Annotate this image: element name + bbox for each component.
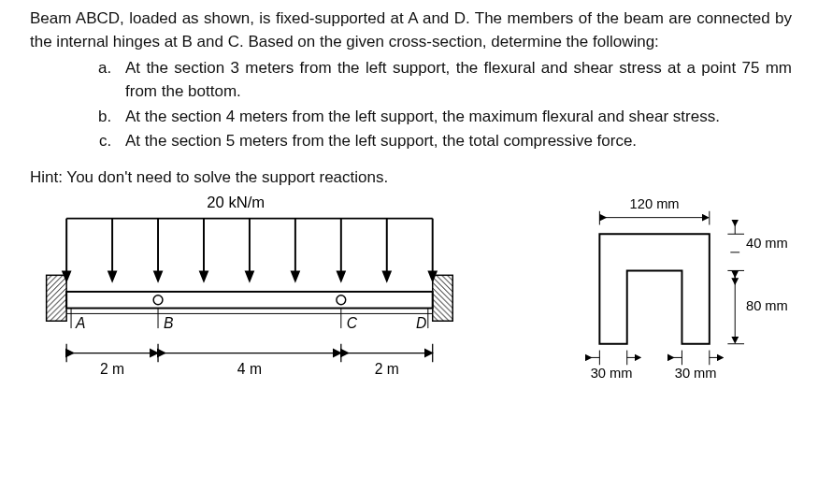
cross-section-diagram: 120 mm 40 mm 80 mm 30 mm 30 mm xyxy=(572,191,792,387)
dim-leg-right: 30 mm xyxy=(675,366,717,381)
part-a: At the section 3 meters from the left su… xyxy=(116,57,792,103)
svg-rect-10 xyxy=(66,292,433,309)
label-A: A xyxy=(75,316,85,332)
svg-point-14 xyxy=(153,295,163,305)
dim-top-width: 120 mm xyxy=(630,196,680,211)
load-label: 20 kN/m xyxy=(207,194,265,211)
span-2: 4 m xyxy=(237,362,262,378)
dim-leg-h: 80 mm xyxy=(746,298,788,313)
part-b: At the section 4 meters from the left su… xyxy=(116,106,792,129)
dim-flange-h: 40 mm xyxy=(746,236,788,251)
svg-point-15 xyxy=(337,295,346,305)
hint: Hint: You don't need to solve the suppor… xyxy=(30,166,792,190)
svg-rect-13 xyxy=(433,276,453,322)
label-C: C xyxy=(347,316,358,332)
parts-list: At the section 3 meters from the left su… xyxy=(116,57,792,153)
span-3: 2 m xyxy=(375,362,399,378)
dim-leg-left: 30 mm xyxy=(591,366,633,381)
beam-diagram: 20 kN/m A B C D 2 m 4 m 2 m xyxy=(30,191,460,387)
problem-intro: Beam ABCD, loaded as shown, is fixed-sup… xyxy=(30,7,792,53)
part-c: At the section 5 meters from the left su… xyxy=(116,130,792,153)
label-D: D xyxy=(416,316,426,332)
label-B: B xyxy=(164,316,173,332)
span-1: 2 m xyxy=(100,362,124,378)
svg-rect-12 xyxy=(47,276,67,322)
